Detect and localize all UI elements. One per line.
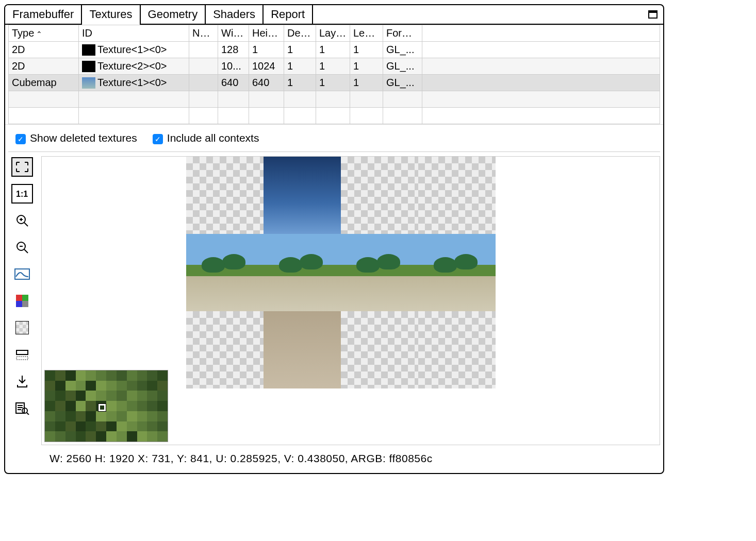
check-icon: ✓ (15, 134, 26, 144)
col-height[interactable]: Height (249, 25, 284, 42)
cubemap-face-right (341, 234, 418, 311)
table-row[interactable]: CubemapTexture<1><0>640640111GL_... (9, 75, 660, 91)
cubemap-cross (186, 157, 496, 388)
histogram-icon[interactable] (11, 264, 33, 284)
col-type[interactable]: Type⌃ (9, 25, 79, 42)
tab-textures[interactable]: Textures (82, 5, 140, 24)
table-row[interactable]: 2DTexture<2><0>10...1024111GL_... (9, 58, 660, 75)
svg-rect-15 (17, 350, 28, 354)
svg-rect-14 (22, 301, 28, 307)
tab-report[interactable]: Report (264, 5, 313, 24)
flip-icon[interactable] (11, 345, 33, 364)
options-bar: ✓Show deleted textures ✓Include all cont… (5, 125, 663, 151)
svg-rect-1 (649, 11, 657, 13)
include-all-contexts-checkbox[interactable]: ✓Include all contexts (153, 132, 259, 144)
cubemap-face-bottom (264, 311, 341, 388)
check-icon: ✓ (153, 134, 163, 144)
fit-icon[interactable] (11, 157, 33, 177)
svg-text:1:1: 1:1 (16, 190, 28, 198)
maximize-icon[interactable] (643, 5, 663, 24)
texture-viewer: 1:1 (5, 152, 663, 473)
col-layers[interactable]: Layers (316, 25, 350, 42)
pixel-zoom-overlay (44, 370, 168, 442)
col-format[interactable]: Format (383, 25, 422, 42)
tab-framebuffer[interactable]: Framebuffer (5, 5, 82, 24)
svg-rect-12 (22, 295, 28, 301)
svg-line-4 (24, 223, 28, 226)
texture-table: Type⌃ ID Name Width Height Depth Layers … (5, 25, 663, 125)
svg-line-8 (24, 249, 28, 253)
cubemap-face-left (186, 234, 264, 311)
viewer-toolbar: 1:1 (8, 156, 36, 470)
col-spacer (422, 25, 660, 42)
col-depth[interactable]: Depth (284, 25, 316, 42)
show-deleted-checkbox[interactable]: ✓Show deleted textures (15, 132, 137, 144)
sort-asc-icon: ⌃ (36, 30, 42, 38)
channels-icon[interactable] (11, 291, 33, 311)
status-bar: W: 2560 H: 1920 X: 731, Y: 841, U: 0.285… (41, 445, 660, 470)
svg-rect-13 (16, 301, 22, 307)
col-id[interactable]: ID (79, 25, 189, 42)
textures-panel: Framebuffer Textures Geometry Shaders Re… (4, 4, 664, 474)
cubemap-face-back (418, 234, 496, 311)
tab-shaders[interactable]: Shaders (206, 5, 264, 24)
tab-strip: Framebuffer Textures Geometry Shaders Re… (5, 5, 663, 25)
checker-icon[interactable] (11, 318, 33, 337)
cubemap-face-top (264, 157, 341, 234)
texture-thumb-icon (82, 44, 95, 56)
cubemap-face-front (264, 234, 341, 311)
zoom-in-icon[interactable] (11, 211, 33, 230)
svg-rect-11 (16, 295, 22, 301)
col-width[interactable]: Width (218, 25, 249, 42)
save-icon[interactable] (11, 371, 33, 391)
tab-geometry[interactable]: Geometry (141, 5, 206, 24)
inspect-icon[interactable] (11, 398, 33, 418)
table-row-empty (9, 108, 660, 124)
table-header-row: Type⌃ ID Name Width Height Depth Layers … (9, 25, 660, 42)
pixel-cursor-icon (98, 404, 106, 411)
zoom-out-icon[interactable] (11, 238, 33, 257)
svg-rect-16 (17, 357, 28, 360)
col-name[interactable]: Name (189, 25, 218, 42)
svg-line-22 (27, 413, 29, 415)
texture-thumb-icon (82, 77, 95, 89)
texture-thumb-icon (82, 61, 95, 72)
texture-canvas[interactable] (41, 156, 660, 445)
table-row-empty (9, 91, 660, 108)
actual-size-icon[interactable]: 1:1 (11, 184, 33, 204)
col-levels[interactable]: Levels (350, 25, 383, 42)
table-row[interactable]: 2DTexture<1><0>1281111GL_... (9, 42, 660, 58)
